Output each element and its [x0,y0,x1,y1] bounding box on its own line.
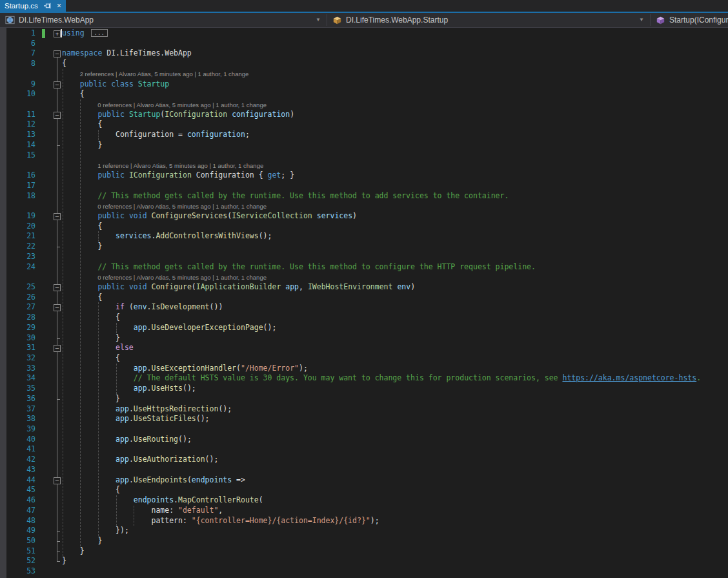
webapp-globe-icon [5,15,15,25]
code-line[interactable]: 49 }); [0,526,728,536]
code-line[interactable]: 22 } [0,242,728,252]
code-line[interactable]: 10 { [0,89,728,99]
code-text: namespace DI.LifeTimes.WebApp [62,48,192,59]
code-line[interactable]: 43 [0,465,728,475]
code-line[interactable]: 26 { [0,293,728,303]
code-line[interactable]: 42 app.UseAuthorization(); [0,455,728,465]
code-line[interactable]: 33 app.UseExceptionHandler("/Home/Error"… [0,364,728,374]
code-text: } [62,140,102,150]
fold-collapse-toggle[interactable]: – [54,213,61,220]
comment-hyperlink[interactable]: https://aka.ms/aspnetcore-hsts [562,373,696,382]
member-dropdown[interactable]: Startup(IConfigura [651,13,728,27]
code-line[interactable]: 50 } [0,536,728,546]
code-line[interactable]: 13 Configuration = configuration; [0,130,728,140]
code-line[interactable]: 9– public class Startup [0,79,728,90]
code-line[interactable]: 38 app.UseStaticFiles(); [0,414,728,424]
line-number: 34 [0,373,35,384]
code-line[interactable]: 37 app.UseHttpsRedirection(); [0,404,728,415]
chevron-down-icon[interactable]: ▼ [639,17,644,23]
fold-expand-toggle[interactable]: + [54,30,61,37]
code-line[interactable]: 8{ [0,59,728,69]
code-line[interactable]: 29 app.UseDeveloperExceptionPage(); [0,323,728,333]
code-line[interactable]: 12 { [0,119,728,130]
line-number: 38 [0,414,35,424]
code-line[interactable]: 48 pattern: "{controller=Home}/{action=I… [0,516,728,526]
code-line[interactable]: 28 { [0,313,728,323]
fold-collapse-toggle[interactable]: – [54,81,61,88]
line-number: 18 [0,191,35,201]
project-dropdown[interactable]: DI.LifeTimes.WebApp ▼ [0,13,327,27]
code-line[interactable]: 21 services.AddControllersWithViews(); [0,231,728,242]
code-text: // This method gets called by the runtim… [62,262,536,273]
line-number: 43 [0,465,35,475]
pin-icon[interactable] [44,3,52,9]
code-line[interactable]: 31– else [0,343,728,353]
code-text: } [62,333,120,344]
line-number: 29 [0,323,35,333]
code-line[interactable]: 47 name: "default", [0,506,728,516]
codelens-info[interactable]: 0 references | Alvaro Atias, 5 minutes a… [97,101,267,108]
code-line[interactable]: 32 { [0,353,728,364]
codelens-info[interactable]: 1 reference | Alvaro Atias, 5 minutes ag… [97,162,263,169]
tab-startup-cs[interactable]: Startup.cs ✕ [0,0,66,12]
code-line[interactable]: 36 } [0,394,728,404]
line-number: 8 [0,59,35,69]
close-icon[interactable]: ✕ [57,3,62,9]
codelens-info[interactable]: 0 references | Alvaro Atias, 5 minutes a… [97,274,267,281]
code-line[interactable]: 53 [0,566,728,577]
code-line[interactable]: 24 // This method gets called by the run… [0,262,728,273]
code-line[interactable]: 23 [0,252,728,262]
line-number: 28 [0,313,35,323]
fold-collapse-toggle[interactable]: – [54,50,61,57]
code-line[interactable]: 40 app.UseRouting(); [0,435,728,445]
line-number: 50 [0,536,35,546]
document-tab-bar: Startup.cs ✕ [0,0,728,12]
codelens-row: 1 reference | Alvaro Atias, 5 minutes ag… [0,160,728,170]
fold-collapse-toggle[interactable]: – [54,304,61,311]
code-text: // The default HSTS value is 30 days. Yo… [62,373,701,384]
code-line[interactable]: 39 [0,424,728,435]
code-text: } [62,556,66,566]
code-line[interactable]: 45 { [0,485,728,495]
chevron-down-icon[interactable]: ▼ [316,17,321,23]
code-line[interactable]: 41 [0,444,728,455]
codelens-row: 0 references | Alvaro Atias, 5 minutes a… [0,201,728,211]
collapsed-region-box[interactable]: ... [91,29,108,37]
code-line[interactable]: 34 // The default HSTS value is 30 days.… [0,373,728,384]
fold-collapse-toggle[interactable]: – [54,112,61,119]
code-text: { [62,59,66,69]
fold-collapse-toggle[interactable]: – [54,477,61,484]
code-line[interactable]: 30 } [0,333,728,344]
code-text: app.UseDeveloperExceptionPage(); [62,323,276,333]
code-line[interactable]: 17 [0,181,728,191]
line-number: 32 [0,353,35,364]
fold-collapse-toggle[interactable]: – [54,345,61,352]
project-dropdown-label: DI.LifeTimes.WebApp [19,15,94,25]
code-line[interactable]: 52} [0,556,728,566]
code-line[interactable]: 51 } [0,546,728,557]
code-line[interactable]: 46 endpoints.MapControllerRoute( [0,495,728,506]
code-line[interactable]: 15 [0,150,728,161]
code-line[interactable]: 11– public Startup(IConfiguration config… [0,110,728,120]
code-line[interactable]: 18 // This method gets called by the run… [0,191,728,201]
code-line[interactable]: 35 app.UseHsts(); [0,384,728,394]
code-line[interactable]: 19– public void ConfigureServices(IServi… [0,211,728,222]
codelens-info[interactable]: 2 references | Alvaro Atias, 5 minutes a… [80,70,249,77]
code-line[interactable]: 20 { [0,222,728,232]
type-dropdown[interactable]: DI.LifeTimes.WebApp.Startup ▼ [327,13,650,27]
code-line[interactable]: 44– app.UseEndpoints(endpoints => [0,475,728,486]
code-line[interactable]: 14 } [0,140,728,150]
code-line[interactable]: 1+using ... [0,28,728,39]
fold-collapse-toggle[interactable]: – [54,284,61,291]
code-line[interactable]: 7–namespace DI.LifeTimes.WebApp [0,48,728,59]
code-text: using ... [62,28,108,39]
line-number: 41 [0,444,35,455]
code-editor[interactable]: 1+using ...67–namespace DI.LifeTimes.Web… [0,28,728,578]
code-line[interactable]: 27– if (env.IsDevelopment()) [0,302,728,313]
code-text: app.UseAuthorization(); [62,455,218,465]
code-line[interactable]: 6 [0,39,728,49]
codelens-info[interactable]: 0 references | Alvaro Atias, 5 minutes a… [97,203,267,210]
line-number: 26 [0,293,35,303]
code-line[interactable]: 16 public IConfiguration Configuration {… [0,170,728,181]
code-line[interactable]: 25– public void Configure(IApplicationBu… [0,282,728,293]
